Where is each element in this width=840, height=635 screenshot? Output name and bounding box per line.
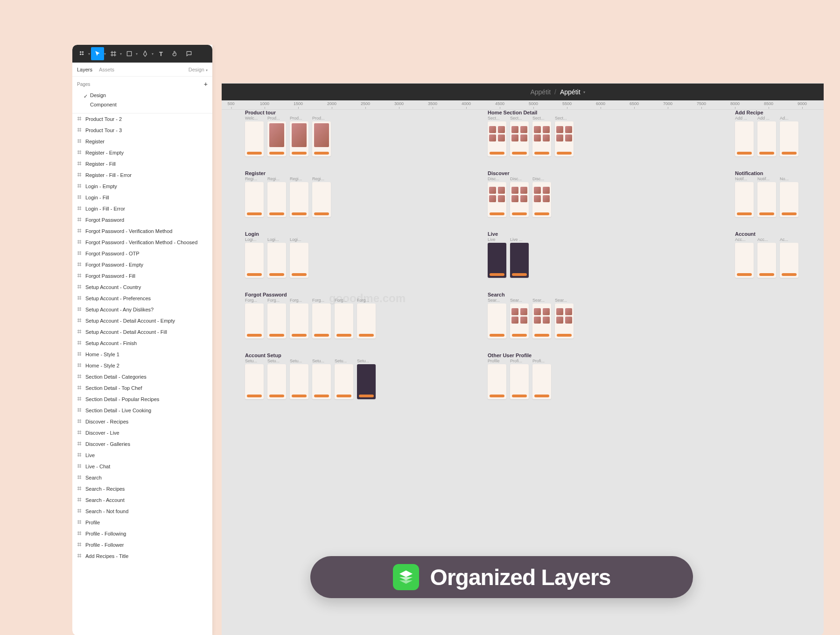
cursor-tool-icon[interactable] bbox=[91, 47, 104, 60]
frame-thumb[interactable]: Logi... bbox=[290, 237, 308, 278]
layer-item[interactable]: Register - Fill bbox=[72, 158, 212, 169]
figma-menu-icon[interactable] bbox=[75, 47, 88, 60]
frame-thumb[interactable]: Acc... bbox=[757, 237, 776, 278]
layer-item[interactable]: Search - Not found bbox=[72, 506, 212, 517]
frame-thumb[interactable]: Setu... bbox=[267, 359, 286, 399]
frame-thumb[interactable]: Regi... bbox=[245, 176, 264, 217]
frame-thumb[interactable]: Regi... bbox=[267, 176, 286, 217]
layer-item[interactable]: Forgot Password bbox=[72, 214, 212, 226]
layer-item[interactable]: Product Tour - 3 bbox=[72, 125, 212, 136]
layer-item[interactable]: Product Tour - 2 bbox=[72, 113, 212, 125]
pen-tool-icon[interactable] bbox=[139, 47, 152, 60]
layer-item[interactable]: Forgot Password - Empty bbox=[72, 259, 212, 270]
layer-item[interactable]: Setup Account - Finish bbox=[72, 338, 212, 349]
frame-thumb[interactable]: No... bbox=[780, 176, 798, 217]
layer-item[interactable]: Setup Account - Detail Account - Fill bbox=[72, 326, 212, 338]
frame-thumb[interactable]: Live ... bbox=[510, 237, 529, 278]
frame-thumb[interactable]: Setu... bbox=[312, 359, 331, 399]
page-item[interactable]: ✓Component bbox=[77, 100, 208, 109]
layer-item[interactable]: Forgot Password - Fill bbox=[72, 270, 212, 282]
design-link[interactable]: Design ▾ bbox=[189, 67, 208, 72]
layer-item[interactable]: Forgot Password - Verification Method bbox=[72, 226, 212, 237]
tab-assets[interactable]: Assets bbox=[99, 67, 114, 72]
frame-thumb[interactable]: Welc... bbox=[245, 116, 264, 156]
layer-item[interactable]: Section Detail - Popular Recipes bbox=[72, 394, 212, 405]
chevron-down-icon[interactable]: ▾ bbox=[583, 90, 585, 94]
layer-item[interactable]: Profile bbox=[72, 517, 212, 528]
comment-tool-icon[interactable] bbox=[182, 47, 196, 60]
layer-item[interactable]: Forgot Password - Verification Method - … bbox=[72, 237, 212, 248]
page-item[interactable]: ✓Design bbox=[77, 91, 208, 100]
frame-thumb[interactable]: Notif... bbox=[735, 176, 754, 217]
frame-thumb[interactable]: Sect... bbox=[488, 116, 506, 156]
layer-item[interactable]: Add Recipes - Title bbox=[72, 550, 212, 562]
frame-thumb[interactable]: Notif... bbox=[757, 176, 776, 217]
frame-thumb[interactable]: Sear... bbox=[510, 298, 529, 339]
layer-item[interactable]: Login - Empty bbox=[72, 181, 212, 192]
frame-thumb[interactable]: Profi... bbox=[532, 359, 551, 399]
frame-tool-icon[interactable] bbox=[107, 47, 120, 60]
layer-item[interactable]: Login - Fill - Error bbox=[72, 203, 212, 214]
layer-item[interactable]: Setup Account - Country bbox=[72, 282, 212, 293]
frame-thumb[interactable]: Sear... bbox=[488, 298, 506, 339]
frame-thumb[interactable]: Forg... bbox=[335, 298, 353, 339]
frame-thumb[interactable]: Logi... bbox=[245, 237, 264, 278]
layer-item[interactable]: Section Detail - Top Chef bbox=[72, 382, 212, 394]
canvas-area[interactable]: Appétit / Appétit ▾ 50010001500200025003… bbox=[222, 83, 824, 635]
frame-thumb[interactable]: Disc... bbox=[510, 176, 529, 217]
rect-tool-icon[interactable] bbox=[123, 47, 136, 60]
frame-thumb[interactable]: Setu... bbox=[335, 359, 353, 399]
frame-thumb[interactable]: Sear... bbox=[555, 298, 574, 339]
frame-thumb[interactable]: Disc... bbox=[488, 176, 506, 217]
frame-thumb[interactable]: Forg... bbox=[312, 298, 331, 339]
layer-item[interactable]: Register - Fill - Error bbox=[72, 169, 212, 181]
canvas-body[interactable]: gooodme.com Product tourWelc...Prod...Pr… bbox=[222, 110, 824, 633]
frame-thumb[interactable]: Profi... bbox=[510, 359, 529, 399]
frame-thumb[interactable]: Regi... bbox=[312, 176, 331, 217]
frame-thumb[interactable]: Prod... bbox=[267, 116, 286, 156]
layer-item[interactable]: Live - Chat bbox=[72, 461, 212, 472]
layer-item[interactable]: Register - Empty bbox=[72, 147, 212, 158]
layers-list[interactable]: Product Tour - 2Product Tour - 3Register… bbox=[72, 113, 212, 604]
layer-item[interactable]: Discover - Recipes bbox=[72, 416, 212, 427]
layer-item[interactable]: Login - Fill bbox=[72, 192, 212, 203]
frame-thumb[interactable]: Regi... bbox=[290, 176, 308, 217]
frame-thumb[interactable]: Acc... bbox=[735, 237, 754, 278]
layer-item[interactable]: Section Detail - Live Cooking bbox=[72, 405, 212, 416]
layer-item[interactable]: Forgot Password - OTP bbox=[72, 248, 212, 259]
frame-thumb[interactable]: Disc... bbox=[532, 176, 551, 217]
layer-item[interactable]: Register bbox=[72, 136, 212, 147]
frame-thumb[interactable]: Ad... bbox=[780, 116, 798, 156]
layer-item[interactable]: Discover - Galleries bbox=[72, 438, 212, 450]
layer-item[interactable]: Setup Account - Any Dislikes? bbox=[72, 304, 212, 315]
frame-thumb[interactable]: Setu... bbox=[245, 359, 264, 399]
layer-item[interactable]: Setup Account - Detail Account - Empty bbox=[72, 315, 212, 326]
frame-thumb[interactable]: Setu... bbox=[290, 359, 308, 399]
layer-item[interactable]: Profile - Follower bbox=[72, 539, 212, 550]
text-tool-icon[interactable]: T bbox=[154, 47, 168, 60]
layer-item[interactable]: Home - Style 2 bbox=[72, 360, 212, 371]
frame-thumb[interactable]: Add ... bbox=[757, 116, 776, 156]
layer-item[interactable]: Section Detail - Categories bbox=[72, 371, 212, 382]
layer-item[interactable]: Discover - Live bbox=[72, 427, 212, 438]
frame-thumb[interactable]: Profile bbox=[488, 359, 506, 399]
frame-thumb[interactable]: Forg... bbox=[245, 298, 264, 339]
frame-thumb[interactable]: Forg... bbox=[290, 298, 308, 339]
layer-item[interactable]: Search - Recipes bbox=[72, 483, 212, 494]
layer-item[interactable]: Profile - Following bbox=[72, 528, 212, 539]
layer-item[interactable]: Live bbox=[72, 450, 212, 461]
frame-thumb[interactable]: Ac... bbox=[780, 237, 798, 278]
frame-thumb[interactable]: Add ... bbox=[735, 116, 754, 156]
breadcrumb-active[interactable]: Appétit bbox=[560, 88, 581, 96]
tab-layers[interactable]: Layers bbox=[77, 67, 92, 72]
frame-thumb[interactable]: Live bbox=[488, 237, 506, 278]
frame-thumb[interactable]: Prod... bbox=[312, 116, 331, 156]
layer-item[interactable]: Search bbox=[72, 472, 212, 483]
layer-item[interactable]: Setup Account - Preferences bbox=[72, 293, 212, 304]
frame-thumb[interactable]: Sect... bbox=[532, 116, 551, 156]
add-page-icon[interactable]: + bbox=[204, 80, 208, 88]
hand-tool-icon[interactable] bbox=[168, 47, 182, 60]
frame-thumb[interactable]: Logi... bbox=[267, 237, 286, 278]
frame-thumb[interactable]: Sear... bbox=[532, 298, 551, 339]
frame-thumb[interactable]: Setu... bbox=[357, 359, 376, 399]
